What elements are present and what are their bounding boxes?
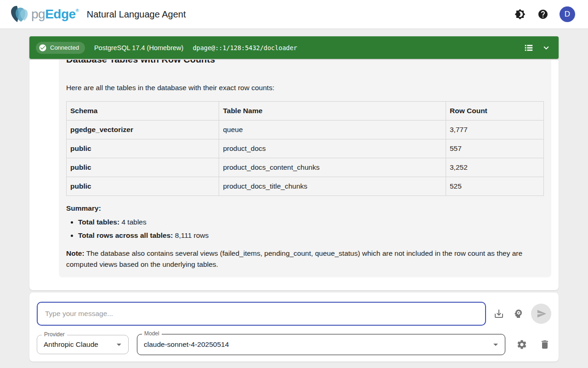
brightness-icon (514, 9, 526, 20)
table-name-cell: product_docs_title_chunks (219, 177, 446, 196)
dropdown-arrow-icon (490, 339, 501, 350)
table-header-row: Schema Table Name Row Count (67, 102, 544, 121)
table-name-cell: product_docs_content_chunks (219, 158, 446, 177)
schema-cell: public (67, 139, 219, 158)
row-counts-table: Schema Table Name Row Count pgedge_vecto… (66, 101, 544, 196)
chat-panel: Database Tables with Row Counts Here are… (29, 60, 559, 290)
psychology-icon (513, 308, 524, 319)
registered-mark: ® (76, 8, 79, 13)
table-name-cell: product_docs (219, 139, 446, 158)
row-count-cell: 3,252 (446, 158, 543, 177)
send-button[interactable] (531, 304, 551, 324)
list-item: Total tables: 4 tables (78, 217, 544, 227)
dropdown-arrow-icon (113, 339, 124, 350)
table-name-cell: queue (219, 121, 446, 139)
app-title: Natural Language Agent (87, 9, 186, 20)
avatar[interactable]: D (560, 6, 575, 22)
connected-badge: Connected (36, 42, 85, 54)
main-content: Connected PostgreSQL 17.4 (Homebrew) dpa… (29, 36, 559, 362)
provider-select[interactable]: Provider Anthropic Claude (37, 335, 129, 354)
connected-badge-label: Connected (50, 44, 79, 51)
send-icon (537, 309, 547, 319)
row-count-cell: 557 (446, 139, 543, 158)
message-intro: Here are all the tables in the database … (66, 83, 544, 93)
status-bar-actions (523, 42, 552, 54)
header-actions: D (514, 6, 575, 22)
list-item: Total rows across all tables: 8,111 rows (78, 230, 544, 241)
model-select-value: claude-sonnet-4-20250514 (144, 340, 490, 349)
message-heading: Database Tables with Row Counts (66, 60, 544, 65)
provider-select-value: Anthropic Claude (44, 340, 113, 349)
summary-label: Summary: (66, 204, 544, 213)
table-row: public product_docs 557 (67, 139, 544, 158)
server-version: PostgreSQL 17.4 (Homebrew) (94, 44, 184, 52)
row-count-cell: 525 (446, 177, 543, 196)
thinking-mode-button[interactable] (512, 307, 525, 320)
list-icon (524, 43, 534, 53)
download-button[interactable] (492, 307, 505, 320)
connection-string: dpage@::1/128:5432/docloader (192, 44, 297, 52)
row-count-cell: 3,777 (446, 121, 543, 139)
pgedge-logo-mark (10, 5, 30, 23)
connection-list-button[interactable] (523, 42, 535, 54)
table-row: public product_docs_title_chunks 525 (67, 177, 544, 196)
model-select[interactable]: Model claude-sonnet-4-20250514 (137, 334, 505, 355)
download-icon (493, 308, 504, 319)
check-circle-icon (39, 44, 47, 52)
column-header-row-count: Row Count (446, 102, 543, 121)
help-button[interactable] (537, 8, 549, 21)
schema-cell: pgedge_vectorizer (67, 121, 219, 139)
collapse-status-button[interactable] (540, 42, 552, 54)
table-row: pgedge_vectorizer queue 3,777 (67, 121, 544, 139)
gear-icon (516, 339, 527, 350)
chevron-down-icon (541, 43, 551, 53)
clear-chat-button[interactable] (538, 338, 551, 351)
model-select-label: Model (142, 330, 162, 337)
composer-panel: Provider Anthropic Claude Model claude-s… (29, 293, 559, 362)
composer-input-row (37, 302, 551, 326)
composer-settings-row: Provider Anthropic Claude Model claude-s… (37, 334, 551, 355)
message-input[interactable] (37, 302, 486, 326)
app-header: pgEdge® Natural Language Agent D (0, 0, 588, 29)
schema-cell: public (67, 177, 219, 196)
provider-select-label: Provider (42, 331, 67, 338)
logo-text-edge: Edge (45, 7, 75, 21)
column-header-schema: Schema (67, 102, 219, 121)
connection-status-bar: Connected PostgreSQL 17.4 (Homebrew) dpa… (29, 36, 559, 59)
logo-text-pg: pg (31, 7, 45, 21)
help-icon (537, 9, 548, 20)
settings-button[interactable] (515, 338, 528, 351)
assistant-message: Database Tables with Row Counts Here are… (59, 60, 551, 277)
theme-toggle-button[interactable] (514, 8, 526, 21)
trash-icon (539, 339, 550, 350)
note-paragraph: Note: The database also contains several… (66, 248, 544, 270)
summary-list: Total tables: 4 tables Total rows across… (66, 217, 544, 241)
schema-cell: public (67, 158, 219, 177)
pgedge-logo: pgEdge® (10, 5, 79, 23)
column-header-table-name: Table Name (219, 102, 446, 121)
table-row: public product_docs_content_chunks 3,252 (67, 158, 544, 177)
